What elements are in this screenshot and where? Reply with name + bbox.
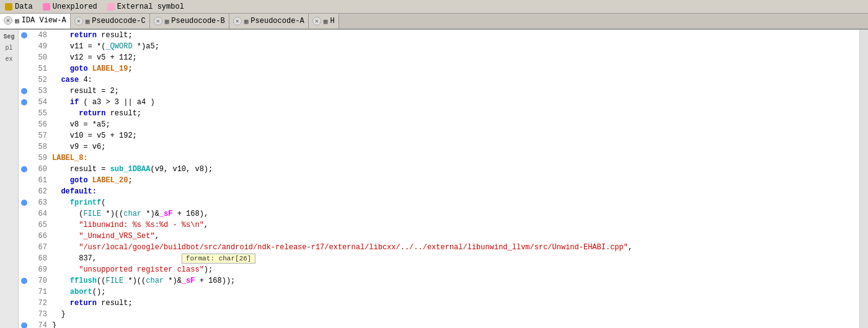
- line-dot-67: [21, 244, 27, 250]
- line-num-68: 68: [30, 254, 52, 263]
- code-line-51[interactable]: 51 goto LABEL_19;: [19, 63, 859, 74]
- tab-label-ida-view-a: IDA View-A: [22, 16, 66, 25]
- line-num-73: 73: [30, 310, 52, 319]
- code-line-57[interactable]: 57 v10 = v5 + 192;: [19, 130, 859, 141]
- line-num-59: 59: [30, 154, 52, 162]
- tab-close-pseudocode-a[interactable]: ✕: [233, 17, 242, 25]
- code-line-66[interactable]: 66 "_Unwind_VRS_Set",: [19, 231, 859, 242]
- tab-h[interactable]: ✕ ▦ H: [309, 14, 339, 29]
- code-view: 48 return result; 49 v11 = *(_QWORD *)a5…: [19, 30, 859, 328]
- legend-external-symbol: External symbol: [107, 2, 184, 11]
- line-num-67: 67: [30, 243, 52, 252]
- line-content-56: v8 = *a5;: [52, 120, 110, 129]
- line-num-66: 66: [30, 232, 52, 241]
- code-line-58[interactable]: 58 v9 = v6;: [19, 141, 859, 153]
- line-num-49: 49: [30, 42, 52, 51]
- line-dot-64: [21, 211, 27, 217]
- code-line-70[interactable]: 70 fflush((FILE *)((char *)&_sF + 168));: [19, 275, 859, 286]
- tab-icon-pseudocode-a: ▦: [244, 17, 249, 25]
- legend-external-symbol-dot: [107, 3, 115, 11]
- tab-icon-pseudocode-b: ▦: [165, 17, 169, 25]
- line-num-71: 71: [30, 288, 52, 296]
- code-line-53[interactable]: 53 result = 2;: [19, 86, 859, 97]
- tab-close-pseudocode-b[interactable]: ✕: [154, 17, 162, 25]
- tab-bar: ✕ ▦ IDA View-A ✕ ▦ Pseudocode-C ✕ ▦ Pseu…: [0, 14, 868, 30]
- tab-pseudocode-c[interactable]: ✕ ▦ Pseudocode-C: [71, 14, 150, 29]
- line-dot-55: [21, 110, 27, 117]
- code-line-50[interactable]: 50 v12 = v5 + 112;: [19, 52, 859, 63]
- code-line-72[interactable]: 72 return result;: [19, 298, 859, 309]
- line-num-63: 63: [30, 198, 52, 207]
- line-num-56: 56: [30, 120, 52, 129]
- line-dot-71: [21, 289, 27, 295]
- line-num-48: 48: [30, 31, 52, 40]
- line-num-58: 58: [30, 143, 52, 151]
- line-dot-68: [21, 255, 27, 262]
- scrollbar[interactable]: [859, 30, 868, 328]
- seg-label: Seg: [0, 31, 18, 42]
- code-line-48[interactable]: 48 return result;: [19, 30, 859, 41]
- code-line-55[interactable]: 55 return result;: [19, 108, 859, 119]
- line-dot-69: [21, 267, 27, 273]
- line-dot-50: [21, 55, 27, 61]
- legend-unexplored-label: Unexplored: [53, 2, 97, 11]
- line-num-50: 50: [30, 53, 52, 62]
- line-dot-54: [21, 99, 27, 105]
- line-num-55: 55: [30, 109, 52, 118]
- code-line-71[interactable]: 71 abort();: [19, 286, 859, 298]
- line-content-67: "/usr/local/google/buildbot/src/android/…: [52, 243, 632, 252]
- tab-icon-ida-view-a: ▦: [15, 17, 19, 25]
- code-line-62[interactable]: 62 default:: [19, 186, 859, 197]
- code-line-60[interactable]: 60 result = sub_1DBAA(v9, v10, v8);: [19, 164, 859, 175]
- line-num-60: 60: [30, 165, 52, 174]
- line-content-72: return result;: [52, 299, 133, 308]
- tab-close-pseudocode-c[interactable]: ✕: [74, 17, 83, 25]
- line-dot-61: [21, 177, 27, 184]
- line-content-55: return result;: [52, 109, 141, 118]
- tab-close-h[interactable]: ✕: [312, 17, 321, 25]
- line-num-65: 65: [30, 221, 52, 229]
- line-content-69: "unsupported register class");: [52, 265, 213, 274]
- code-line-69[interactable]: 69 "unsupported register class");: [19, 264, 859, 275]
- code-line-63[interactable]: 63 fprintf(: [19, 197, 859, 208]
- tab-ida-view-a[interactable]: ✕ ▦ IDA View-A: [0, 14, 71, 29]
- code-line-64[interactable]: 64 (FILE *)((char *)&_sF + 168),: [19, 208, 859, 219]
- legend-bar: Data Unexplored External symbol: [0, 0, 868, 14]
- line-content-68: 837, format: char[26]: [52, 254, 255, 264]
- code-line-73[interactable]: 73 }: [19, 309, 859, 320]
- tab-label-pseudocode-c: Pseudocode-C: [92, 17, 145, 25]
- tab-pseudocode-b[interactable]: ✕ ▦ Pseudocode-B: [150, 14, 229, 29]
- legend-external-symbol-label: External symbol: [117, 2, 184, 11]
- code-line-68[interactable]: 68 837, format: char[26]: [19, 253, 859, 264]
- main-area: Seg pl ex 48 return result; 49 v11 = *(_…: [0, 30, 868, 328]
- tab-close-ida-view-a[interactable]: ✕: [4, 16, 12, 25]
- line-dot-65: [21, 222, 27, 228]
- code-line-59[interactable]: 59 LABEL_8:: [19, 153, 859, 164]
- code-line-54[interactable]: 54 if ( a3 > 3 || a4 ): [19, 97, 859, 108]
- code-line-56[interactable]: 56 v8 = *a5;: [19, 119, 859, 130]
- line-dot-62: [21, 188, 27, 195]
- tab-label-h: H: [330, 17, 334, 25]
- line-dot-53: [21, 88, 27, 94]
- line-content-73: }: [52, 310, 66, 319]
- line-num-70: 70: [30, 277, 52, 285]
- code-line-61[interactable]: 61 goto LABEL_20;: [19, 175, 859, 186]
- code-line-49[interactable]: 49 v11 = *(_QWORD *)a5;: [19, 41, 859, 52]
- line-content-61: goto LABEL_20;: [52, 176, 133, 185]
- line-content-62: default:: [52, 187, 97, 196]
- code-line-74[interactable]: 74 }: [19, 320, 859, 328]
- code-line-65[interactable]: 65 "libunwind: %s %s:%d - %s\n",: [19, 219, 859, 231]
- code-line-52[interactable]: 52 case 4:: [19, 74, 859, 86]
- line-dot-59: [21, 155, 27, 161]
- legend-unexplored: Unexplored: [43, 2, 97, 11]
- tab-pseudocode-a[interactable]: ✕ ▦ Pseudocode-A: [229, 14, 309, 29]
- line-content-59: LABEL_8:: [52, 154, 88, 162]
- line-dot-56: [21, 122, 27, 128]
- line-dot-63: [21, 200, 27, 206]
- line-content-64: (FILE *)((char *)&_sF + 168),: [52, 210, 208, 218]
- code-line-67[interactable]: 67 "/usr/local/google/buildbot/src/andro…: [19, 242, 859, 253]
- line-dot-52: [21, 77, 27, 83]
- line-dot-74: [21, 322, 27, 328]
- line-dot-49: [21, 43, 27, 50]
- tooltip-format: format: char[26]: [182, 254, 256, 264]
